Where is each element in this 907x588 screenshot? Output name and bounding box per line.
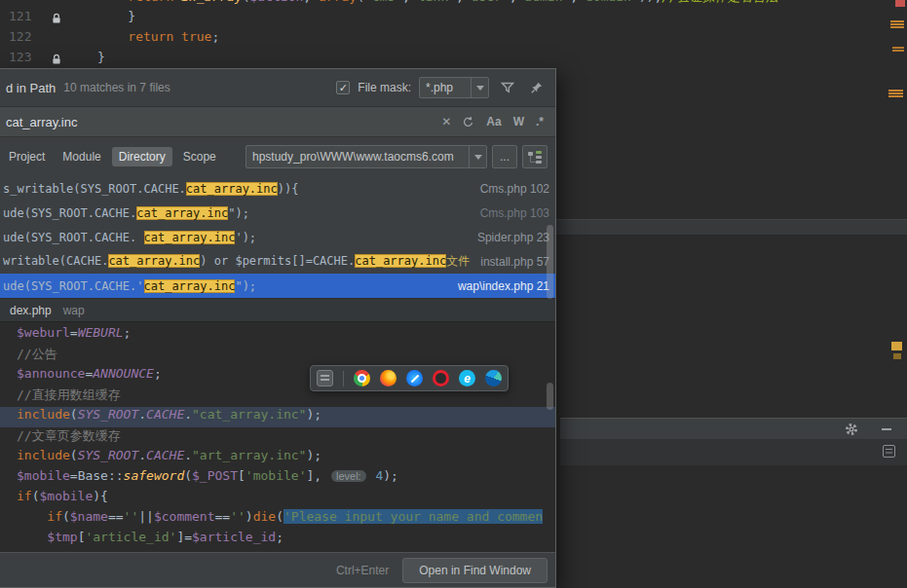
code-token: return true (97, 29, 211, 44)
code-token: level: (331, 470, 366, 482)
browse-button[interactable]: ... (492, 145, 517, 168)
preview-code-line: if($mobile){ (0, 489, 555, 509)
code-text: return in_array($action, array('cms','li… (97, 0, 778, 9)
result-text: ude(SYS_ROOT.CACHE.cat_array.inc"); (3, 206, 472, 220)
chevron-down-icon[interactable] (469, 146, 486, 167)
code-token: ]= (124, 550, 139, 552)
file-mask-checkbox[interactable]: ✓ (336, 81, 350, 94)
firefox-browser-icon[interactable] (380, 370, 397, 386)
code-token: if (47, 509, 62, 524)
code-token: } (97, 50, 105, 64)
scope-tab-scope[interactable]: Scope (176, 147, 223, 166)
directory-combo[interactable]: hpstudy_pro\WWW\www.taocms6.com (246, 145, 487, 168)
breadcrumb-file[interactable]: dex.php (10, 304, 52, 317)
code-preview-pane[interactable]: $weburl=WEBURL;//公告$announce=ANNOUNCE;//… (0, 321, 555, 552)
code-token: writable(CACHE. (3, 254, 108, 268)
edge-browser-icon[interactable] (485, 370, 502, 386)
chrome-browser-icon[interactable] (354, 370, 370, 386)
open-in-find-window-button[interactable]: Open in Find Window (402, 558, 548, 583)
scope-tree-button[interactable] (522, 145, 548, 168)
code-token: ) or $permits[]=CACHE. (200, 254, 355, 268)
preview-browser-icon[interactable] (317, 370, 333, 386)
clear-search-icon[interactable]: ✕ (435, 115, 457, 129)
error-stripe-mark (895, 0, 905, 7)
panel-layout-icon[interactable] (883, 444, 895, 461)
code-token: $weburl (17, 325, 70, 340)
toolbar-divider (343, 371, 344, 386)
file-mask-combo[interactable]: *.php (419, 77, 489, 98)
code-token: ( (62, 509, 70, 524)
ie-browser-icon[interactable] (459, 370, 475, 386)
code-token: $action (250, 0, 304, 4)
code-token: ( (246, 550, 253, 552)
code-token: , (402, 0, 410, 4)
code-token: ); (306, 407, 321, 422)
code-token: == (108, 509, 124, 524)
code-token: //公告 (17, 347, 57, 361)
code-token: //文章页参数缓存 (17, 428, 121, 443)
tool-window-header (560, 418, 907, 440)
search-result-row[interactable]: ude(SYS_ROOT.CACHE.cat_array.inc");Cms.p… (0, 201, 555, 225)
match-case-toggle[interactable]: Aa (480, 115, 507, 129)
code-token: "); (228, 206, 249, 220)
code-token: ; (276, 530, 283, 544)
match-summary: 10 matches in 7 files (63, 81, 170, 94)
hide-panel-icon[interactable] (876, 419, 897, 440)
results-scrollbar[interactable] (547, 225, 553, 299)
code-token: "cat_array.inc" (192, 407, 306, 422)
code-token: 'domain' (578, 0, 639, 4)
search-result-row[interactable]: ude(SYS_ROOT.CACHE. cat_array.inc');Spid… (0, 225, 555, 249)
shortcut-hint: Ctrl+Enter (336, 564, 389, 577)
preview-code-line: include(SYS_ROOT.CACHE."cat_array.inc"); (0, 407, 555, 427)
code-token: ){ (93, 489, 108, 503)
search-toggles: AaW.* (480, 115, 549, 129)
code-token: = (70, 325, 78, 340)
code-token: ( (184, 468, 192, 483)
code-token: SYS_ROOT (78, 448, 139, 462)
opera-browser-icon[interactable] (433, 370, 449, 386)
code-token: ( (357, 0, 364, 4)
scope-tab-directory[interactable]: Directory (112, 147, 172, 166)
code-token: ude(SYS_ROOT.CACHE. (3, 231, 144, 244)
code-token: $comment (154, 509, 215, 524)
code-token: ( (276, 509, 283, 524)
dialog-header: d in Path 10 matches in 7 files ✓ File m… (0, 69, 555, 106)
search-history-icon[interactable] (457, 116, 480, 128)
chevron-down-icon[interactable] (471, 78, 488, 97)
regex-toggle[interactable]: .* (530, 115, 549, 129)
preview-scrollbar[interactable] (547, 383, 553, 410)
search-result-row[interactable]: writable(CACHE.cat_array.inc) or $permit… (0, 249, 555, 274)
words-toggle[interactable]: W (508, 115, 530, 129)
scope-tab-project[interactable]: Project (2, 147, 52, 166)
pin-icon[interactable] (526, 77, 548, 98)
gear-icon[interactable] (841, 419, 862, 440)
code-token: , (303, 0, 319, 4)
search-input[interactable] (0, 115, 435, 129)
code-token: ( (70, 407, 78, 422)
filter-icon[interactable] (497, 77, 518, 98)
preview-code-line: if($name==''||$comment=='')die('Please i… (0, 509, 555, 530)
code-token: CACHE (146, 448, 184, 462)
code-token: $tmp (47, 550, 77, 552)
code-token: ); (306, 448, 321, 462)
warning-stripe-mark (891, 342, 902, 350)
preview-code-line: $mobile=Base::safeword($_POST['mobile'],… (0, 468, 555, 489)
preview-code-line: include(SYS_ROOT.CACHE."art_array.inc"); (0, 448, 555, 468)
scope-tab-module[interactable]: Module (56, 147, 107, 166)
code-token: "); (235, 279, 256, 293)
code-token: $tmp (47, 530, 77, 544)
code-editor[interactable]: 120 return in_array($action, array('cms'… (0, 0, 907, 70)
find-in-path-dialog: d in Path 10 matches in 7 files ✓ File m… (0, 68, 556, 588)
search-result-row[interactable]: s_writable(SYS_ROOT.CACHE.cat_array.inc)… (0, 176, 555, 201)
search-result-row[interactable]: ude(SYS_ROOT.CACHE.'cat_array.inc");wap\… (0, 274, 555, 298)
lock-icon[interactable] (52, 13, 61, 24)
code-token: "art_array.inc" (192, 448, 306, 462)
lock-icon[interactable] (52, 54, 61, 65)
safari-browser-icon[interactable] (406, 370, 423, 386)
breadcrumb-dir[interactable]: wap (63, 304, 85, 317)
code-token: , (456, 0, 464, 4)
code-token: $mobile (17, 468, 70, 483)
code-token: || (138, 509, 154, 524)
dialog-footer: Ctrl+Enter Open in Find Window (0, 552, 555, 587)
preview-code-line: $tmp['...']=Base::safeword( (0, 550, 555, 552)
